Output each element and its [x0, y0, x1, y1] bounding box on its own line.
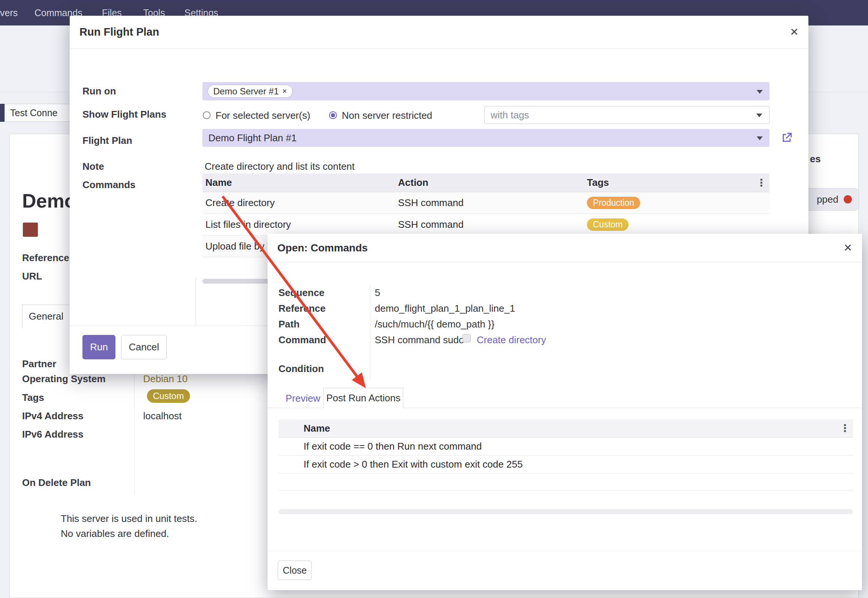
open-modal-close-icon[interactable]: ✕ [844, 242, 852, 254]
command-label: Command [278, 334, 326, 346]
radio-for-selected-servers[interactable] [203, 111, 211, 119]
col-name: Name [202, 177, 395, 188]
row-name: If exit code > 0 then Exit with custom e… [301, 459, 836, 470]
footer-divider-line [268, 551, 862, 551]
with-tags-placeholder: with tags [491, 109, 529, 121]
unit-tests-note-line1: This server is used in unit tests. [61, 513, 197, 525]
on-delete-plan-label: On Delete Plan [22, 477, 91, 489]
sequence-label: Sequence [278, 287, 325, 299]
note-value: Create directory and list its content [205, 161, 355, 172]
open-modal-header: Open: Commands ✕ [268, 234, 862, 262]
chip-remove-icon[interactable]: ✕ [282, 88, 287, 95]
ipv6-label: IPv6 Address [22, 429, 84, 440]
create-directory-link[interactable]: Create directory [477, 334, 546, 346]
sudo-checkbox[interactable] [462, 334, 471, 342]
run-on-label: Run on [82, 85, 116, 97]
row-action: SSH command [395, 197, 584, 209]
table-row[interactable]: Create directory SSH command Production [202, 192, 769, 214]
flight-plan-select[interactable]: Demo Flight Plan #1 [202, 129, 769, 147]
row-name: Create directory [202, 197, 395, 209]
table-row[interactable]: If exit code > 0 then Exit with custom e… [278, 456, 853, 474]
tag-badge-custom: Custom [587, 218, 629, 231]
command-value: SSH command sudo [375, 334, 464, 346]
condition-label: Condition [278, 363, 324, 375]
tag-badge-custom: Custom [147, 389, 190, 403]
row-action: SSH command [395, 219, 584, 230]
primary-button-fragment[interactable] [0, 104, 4, 122]
flight-plan-value: Demo Flight Plan #1 [208, 132, 297, 144]
server-chip-label: Demo Server #1 [213, 86, 279, 97]
external-link-icon[interactable] [780, 131, 793, 145]
show-flight-plans-label: Show Flight Plans [82, 109, 166, 120]
row-name: List files in directory [202, 219, 395, 230]
tag-badge-production: Production [587, 197, 640, 209]
table-row[interactable]: If exit code == 0 then Run next command [278, 438, 853, 456]
cancel-button[interactable]: Cancel [121, 335, 167, 359]
kebab-menu-icon[interactable]: ⋮ [756, 177, 766, 189]
col-tags: Tags [584, 177, 769, 188]
kebab-menu-icon[interactable]: ⋮ [840, 422, 850, 434]
run-on-tags-field[interactable]: Demo Server #1 ✕ [202, 82, 769, 100]
color-swatch [23, 223, 38, 237]
url-label: URL [22, 271, 42, 282]
col-action: Action [395, 177, 584, 188]
screen: vers Commands Files Tools Settings Test … [0, 0, 868, 598]
table-row[interactable]: List files in directory SSH command Cust… [202, 214, 769, 236]
status-red-dot-icon [844, 195, 852, 203]
ipv4-value: localhost [143, 410, 182, 422]
run-modal-header: Run Flight Plan ✕ [70, 16, 808, 49]
note-label: Note [82, 161, 104, 172]
radio-non-server-restricted[interactable] [329, 111, 337, 119]
path-value: /such/much/{{ demo_path }} [375, 318, 494, 330]
table-edge-line [196, 277, 196, 326]
post-run-table-header: Name ⋮ [278, 419, 853, 438]
truncated-text-fragment: es [810, 153, 821, 165]
radio-for-selected-servers-label[interactable]: For selected server(s) [216, 110, 310, 121]
status-badge-text: pped [817, 194, 838, 205]
chevron-down-icon [757, 90, 763, 94]
post-run-actions-table: Name ⋮ If exit code == 0 then Run next c… [278, 419, 853, 491]
horizontal-scrollbar-track[interactable] [278, 509, 853, 514]
field-divider-line [134, 357, 135, 495]
tab-preview[interactable]: Preview [286, 393, 320, 404]
operating-system-label: Operating System [22, 373, 106, 385]
path-label: Path [278, 318, 299, 330]
close-button[interactable]: Close [278, 561, 312, 580]
open-modal-title: Open: Commands [277, 242, 368, 254]
run-modal-title: Run Flight Plan [79, 26, 159, 38]
radio-non-server-restricted-label[interactable]: Non server restricted [342, 110, 432, 121]
partner-label: Partner [22, 358, 56, 370]
test-connection-button[interactable]: Test Conne [4, 104, 70, 122]
open-commands-modal: Open: Commands ✕ Sequence 5 Reference de… [268, 234, 862, 590]
row-name: If exit code == 0 then Run next command [301, 441, 836, 452]
ipv4-label: IPv4 Address [22, 410, 84, 422]
label-divider-line [370, 286, 370, 380]
unit-tests-note-line2: No variables are defined. [61, 528, 169, 540]
operating-system-value: Debian 10 [143, 373, 188, 385]
with-tags-select[interactable]: with tags [484, 106, 769, 124]
col-name: Name [301, 423, 836, 434]
tab-post-run-actions[interactable]: Post Run Actions [323, 388, 403, 408]
tags-label: Tags [22, 392, 44, 404]
chevron-down-icon [757, 136, 763, 140]
sequence-value: 5 [375, 287, 380, 299]
reference-value: demo_flight_plan_1_plan_line_1 [375, 303, 515, 314]
commands-label: Commands [82, 179, 136, 191]
run-button[interactable]: Run [82, 335, 115, 359]
commands-table-header: Name Action Tags ⋮ [202, 173, 769, 192]
flight-plan-label: Flight Plan [82, 135, 132, 147]
reference-label: Reference [22, 252, 69, 264]
server-title: Demo [22, 190, 76, 212]
run-modal-close-icon[interactable]: ✕ [790, 26, 799, 38]
table-row-empty [278, 474, 853, 491]
server-chip[interactable]: Demo Server #1 ✕ [208, 85, 293, 98]
tab-general[interactable]: General [22, 305, 70, 328]
chevron-down-icon [756, 114, 762, 117]
reference-label: Reference [278, 303, 326, 314]
